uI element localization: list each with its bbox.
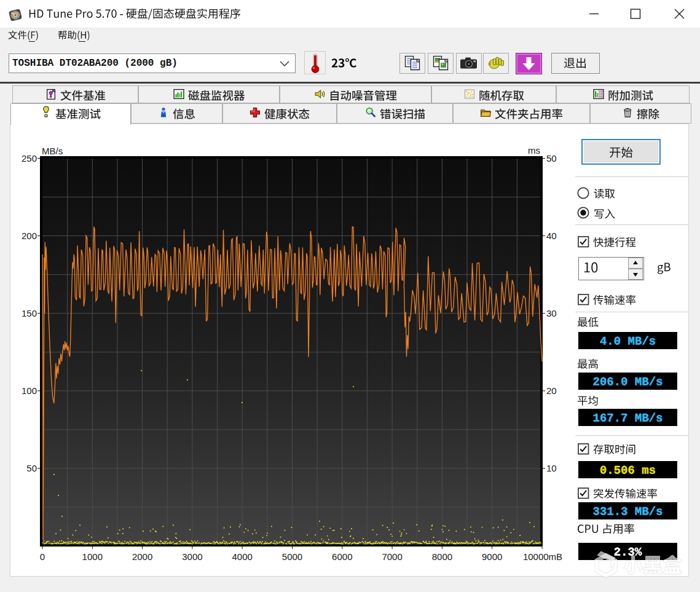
svg-text:1000: 1000 (82, 551, 103, 562)
svg-text:50: 50 (26, 463, 37, 473)
svg-text:MB/s: MB/s (42, 146, 63, 156)
svg-text:8000: 8000 (432, 551, 452, 562)
svg-text:4000: 4000 (232, 551, 253, 562)
svg-text:5000: 5000 (282, 551, 302, 562)
svg-text:2000: 2000 (132, 551, 152, 562)
svg-text:20: 20 (546, 385, 557, 396)
svg-text:250: 250 (22, 153, 37, 164)
svg-text:0: 0 (40, 551, 45, 562)
svg-text:9000: 9000 (482, 551, 502, 562)
svg-text:100: 100 (22, 385, 37, 396)
svg-text:7000: 7000 (382, 551, 402, 562)
svg-text:10000mB: 10000mB (523, 551, 562, 562)
svg-text:3000: 3000 (182, 551, 202, 562)
svg-text:30: 30 (546, 308, 557, 318)
svg-text:50: 50 (546, 153, 557, 164)
svg-text:ms: ms (528, 145, 540, 156)
svg-text:6000: 6000 (332, 551, 352, 562)
svg-text:200: 200 (22, 231, 37, 241)
svg-text:150: 150 (22, 308, 37, 318)
svg-text:40: 40 (546, 231, 557, 241)
svg-text:10: 10 (546, 463, 557, 473)
